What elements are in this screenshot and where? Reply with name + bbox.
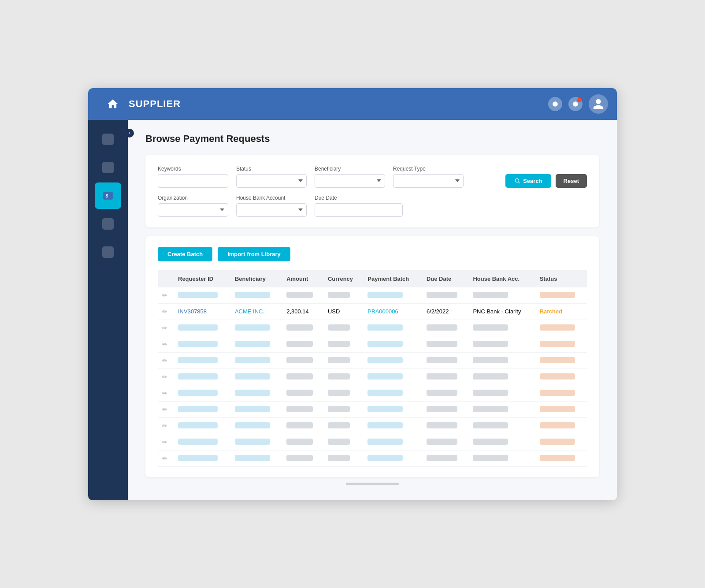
request-type-label: Request Type — [393, 166, 464, 172]
table-row: ✏ — [158, 450, 587, 466]
table-row: ✏ — [158, 320, 587, 336]
import-library-button[interactable]: Import from Library — [218, 247, 290, 261]
app-window: SUPPLIER ‹ — [88, 88, 617, 500]
col-amount: Amount — [282, 270, 323, 287]
request-type-select[interactable] — [393, 174, 464, 188]
edit-icon[interactable]: ✏ — [162, 292, 167, 299]
sidebar-icon-2 — [102, 162, 114, 173]
col-house-bank: House Bank Acc. — [468, 270, 535, 287]
edit-icon[interactable]: ✏ — [162, 406, 167, 413]
table-row: ✏ INV307858 ACME INC. 2,300.14 USD PBA00… — [158, 303, 587, 320]
edit-icon[interactable]: ✏ — [162, 341, 167, 348]
app-title: SUPPLIER — [129, 98, 548, 110]
notification-button[interactable] — [568, 97, 583, 111]
beneficiary-label: Beneficiary — [315, 166, 385, 172]
col-payment-batch: Payment Batch — [363, 270, 422, 287]
col-edit — [158, 270, 174, 287]
sidebar-item-payments[interactable]: $ — [95, 182, 121, 209]
avatar-icon — [592, 98, 605, 110]
filter-row-1: Keywords Status Beneficiary — [158, 166, 587, 188]
beneficiary-name[interactable]: ACME INC. — [235, 308, 264, 315]
search-btn-label: Search — [523, 178, 542, 184]
due-date: 6/2/2022 — [422, 303, 469, 320]
edit-icon[interactable]: ✏ — [162, 357, 167, 364]
table-row: ✏ — [158, 336, 587, 352]
keywords-input[interactable] — [158, 174, 228, 188]
beneficiary-select[interactable] — [315, 174, 385, 188]
sidebar-item-2[interactable] — [95, 154, 121, 181]
status-group: Status — [236, 166, 307, 188]
sidebar-icon-1 — [102, 134, 114, 145]
reset-button[interactable]: Reset — [556, 174, 587, 188]
sidebar-item-3[interactable] — [95, 211, 121, 237]
due-date-group: Due Date — [315, 195, 403, 217]
due-date-input[interactable] — [315, 203, 403, 217]
table-body: ✏ — [158, 287, 587, 467]
circle-icon — [552, 101, 558, 107]
edit-icon[interactable]: ✏ — [162, 308, 167, 315]
svg-text:$: $ — [106, 193, 108, 198]
edit-icon[interactable]: ✏ — [162, 373, 167, 380]
organization-group: Organization — [158, 195, 228, 217]
header-icons — [548, 94, 608, 114]
beneficiary-group: Beneficiary — [315, 166, 385, 188]
svg-point-4 — [516, 179, 519, 182]
amount: 2,300.14 — [282, 303, 323, 320]
organization-select[interactable] — [158, 203, 228, 217]
house-bank-acc: PNC Bank - Clarity — [468, 303, 535, 320]
edit-icon[interactable]: ✏ — [162, 455, 167, 462]
table-row: ✏ — [158, 434, 587, 450]
header: SUPPLIER — [88, 88, 617, 120]
status-badge: Batched — [540, 308, 562, 315]
due-date-label: Due Date — [315, 195, 403, 201]
sidebar: ‹ $ — [88, 120, 128, 500]
edit-icon[interactable]: ✏ — [162, 324, 167, 331]
house-bank-label: House Bank Account — [236, 195, 307, 201]
create-batch-button[interactable]: Create Batch — [158, 247, 212, 261]
col-status: Status — [535, 270, 587, 287]
request-type-group: Request Type — [393, 166, 464, 188]
col-beneficiary: Beneficiary — [230, 270, 282, 287]
table-row: ✏ — [158, 287, 587, 304]
payment-requests-table: Requester ID Beneficiary Amount Currency… — [158, 270, 587, 467]
search-button[interactable]: Search — [505, 174, 551, 188]
keywords-label: Keywords — [158, 166, 228, 172]
keywords-group: Keywords — [158, 166, 228, 188]
svg-point-0 — [553, 101, 558, 107]
currency: USD — [323, 303, 363, 320]
col-currency: Currency — [323, 270, 363, 287]
table-card: Create Batch Import from Library Request… — [145, 236, 599, 477]
home-button[interactable] — [97, 88, 129, 120]
table-actions: Create Batch Import from Library — [158, 247, 587, 261]
status-select[interactable] — [236, 174, 307, 188]
payment-batch[interactable]: PBA000006 — [367, 308, 398, 315]
svg-line-5 — [519, 182, 520, 183]
edit-icon[interactable]: ✏ — [162, 439, 167, 446]
col-requester-id: Requester ID — [174, 270, 230, 287]
status-icon-button[interactable] — [548, 97, 562, 111]
table-row: ✏ — [158, 401, 587, 417]
scroll-bar[interactable] — [346, 483, 399, 485]
status-label: Status — [236, 166, 307, 172]
house-bank-group: House Bank Account — [236, 195, 307, 217]
col-due-date: Due Date — [422, 270, 469, 287]
sidebar-item-4[interactable] — [95, 239, 121, 265]
scroll-hint — [145, 477, 599, 487]
sidebar-collapse-button[interactable]: ‹ — [125, 129, 134, 138]
requester-id[interactable]: INV307858 — [178, 308, 207, 315]
home-icon — [107, 98, 119, 110]
page-title: Browse Payment Requests — [145, 133, 599, 145]
filter-row-2: Organization House Bank Account Due Date — [158, 195, 587, 217]
sidebar-icon-4 — [102, 246, 114, 258]
edit-icon[interactable]: ✏ — [162, 390, 167, 397]
user-avatar[interactable] — [589, 94, 608, 114]
search-icon — [514, 178, 520, 184]
notification-badge — [577, 98, 582, 102]
layout: ‹ $ Browse Payment Request — [88, 120, 617, 500]
table-row: ✏ — [158, 368, 587, 385]
table-header: Requester ID Beneficiary Amount Currency… — [158, 270, 587, 287]
table-row: ✏ — [158, 352, 587, 368]
house-bank-select[interactable] — [236, 203, 307, 217]
edit-icon[interactable]: ✏ — [162, 422, 167, 429]
sidebar-item-1[interactable] — [95, 126, 121, 153]
